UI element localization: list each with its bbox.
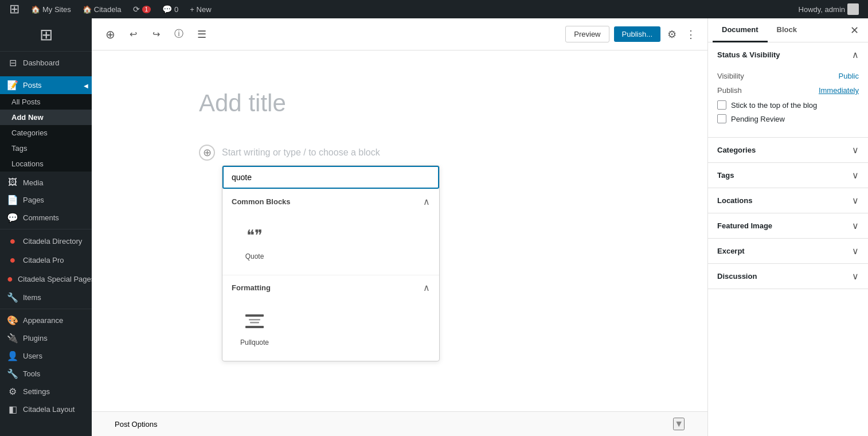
common-blocks-toggle[interactable]: ∧	[423, 196, 430, 207]
sidebar-item-items[interactable]: 🔧 Items	[0, 289, 92, 306]
citadela-special-pages-label: Citadela Special Pages	[18, 275, 92, 283]
settings-icon: ⚙	[7, 386, 18, 397]
sidebar-item-posts[interactable]: 📝 Posts ◀	[0, 76, 92, 94]
sidebar-item-dashboard[interactable]: ⊟ Dashboard	[0, 54, 92, 72]
my-sites-label: My Sites	[42, 5, 71, 14]
info-button[interactable]: ⓘ	[170, 25, 188, 44]
home-icon: 🏠	[31, 5, 40, 14]
more-options-button[interactable]: ⋮	[683, 26, 698, 43]
doc-section-excerpt: Excerpt ∨	[708, 239, 868, 264]
pending-review-row: Pending Review	[717, 114, 859, 123]
pages-icon: 📄	[7, 194, 18, 205]
sidebar-item-settings[interactable]: ⚙ Settings	[0, 383, 92, 400]
tab-document[interactable]: Document	[713, 18, 768, 42]
updates-menu[interactable]: ⟳ 1	[128, 0, 156, 18]
tab-block[interactable]: Block	[768, 18, 806, 42]
sidebar-item-citadela-directory[interactable]: ● Citadela Directory	[0, 232, 92, 251]
block-search-input[interactable]	[222, 166, 439, 189]
svg-rect-3	[250, 322, 259, 324]
post-title[interactable]: Add title	[199, 85, 600, 122]
right-sidebar-close-button[interactable]: ✕	[846, 22, 863, 39]
citadela-directory-label: Citadela Directory	[23, 237, 82, 246]
admin-bar-right: Howdy, admin	[794, 0, 863, 18]
new-content-menu[interactable]: + New	[185, 0, 216, 18]
stick-top-checkbox[interactable]	[717, 100, 726, 110]
howdy-menu[interactable]: Howdy, admin	[794, 0, 863, 18]
users-label: Users	[23, 352, 42, 360]
editor-toolbar: ⊕ ↩ ↪ ⓘ ☰ Preview Publish... ⚙ ⋮	[92, 18, 707, 50]
post-options-bar: Post Options ▼	[92, 411, 707, 436]
doc-section-locations: Locations ∨	[708, 188, 868, 213]
block-item-quote[interactable]: ❝❞ Quote	[232, 216, 277, 266]
sidebar-item-comments[interactable]: 💬 Comments	[0, 209, 92, 227]
inline-add-block-button[interactable]: ⊕	[199, 145, 215, 161]
publish-value[interactable]: Immediately	[819, 86, 859, 95]
comments-sidebar-icon: 💬	[7, 212, 18, 223]
sidebar-item-locations[interactable]: Locations	[0, 156, 92, 172]
citadela-pro-label: Citadela Pro	[23, 256, 64, 264]
formatting-header[interactable]: Formatting ∧	[222, 275, 439, 298]
my-sites-menu[interactable]: 🏠 My Sites	[26, 0, 76, 18]
doc-section-status-visibility-header[interactable]: Status & Visibility ∧	[708, 42, 868, 67]
comments-icon: 💬	[162, 5, 172, 14]
tools-label: Tools	[23, 369, 40, 378]
citadela-directory-icon: ●	[7, 235, 18, 247]
wp-sidebar-icon: ⊞	[40, 25, 53, 44]
settings-toggle-button[interactable]: ⚙	[665, 26, 679, 43]
settings-label: Settings	[23, 387, 50, 396]
doc-section-categories-header[interactable]: Categories ∨	[708, 138, 868, 162]
right-sidebar: Document Block ✕ Status & Visibility ∧ V…	[707, 18, 868, 436]
appearance-label: Appearance	[23, 316, 63, 325]
doc-section-locations-header[interactable]: Locations ∨	[708, 188, 868, 213]
doc-section-featured-image-header[interactable]: Featured Image ∨	[708, 213, 868, 238]
svg-rect-1	[245, 326, 264, 328]
comments-menu[interactable]: 💬 0	[158, 0, 183, 18]
undo-button[interactable]: ↩	[124, 25, 142, 44]
sidebar-item-categories[interactable]: Categories	[0, 125, 92, 141]
doc-section-discussion-header[interactable]: Discussion ∨	[708, 264, 868, 289]
site-name-menu[interactable]: 🏠 Citadela	[78, 0, 126, 18]
redo-button[interactable]: ↪	[147, 25, 165, 44]
formatting-toggle[interactable]: ∧	[423, 282, 430, 293]
sidebar-item-label: Dashboard	[23, 59, 60, 67]
visibility-value[interactable]: Public	[839, 72, 859, 80]
plugins-icon: 🔌	[7, 333, 18, 344]
excerpt-title: Excerpt	[717, 247, 745, 255]
pending-review-checkbox[interactable]	[717, 114, 726, 123]
sidebar-item-media[interactable]: 🖼 Media	[0, 174, 92, 191]
plugins-label: Plugins	[23, 334, 48, 342]
more-button[interactable]: ☰	[193, 25, 211, 44]
sidebar-item-citadela-pro[interactable]: ● Citadela Pro	[0, 251, 92, 270]
sidebar-item-citadela-layout[interactable]: ◧ Citadela Layout	[0, 400, 92, 418]
sidebar-item-tools[interactable]: 🔧 Tools	[0, 365, 92, 383]
new-label: + New	[190, 5, 211, 14]
status-visibility-body: Visibility Public Publish Immediately St…	[708, 67, 868, 137]
post-options-toggle-button[interactable]: ▼	[673, 418, 685, 430]
citadela-special-pages-icon: ●	[7, 273, 13, 285]
sidebar-item-pages[interactable]: 📄 Pages	[0, 191, 92, 209]
sidebar-item-plugins[interactable]: 🔌 Plugins	[0, 329, 92, 347]
doc-section-excerpt-header[interactable]: Excerpt ∨	[708, 239, 868, 263]
tools-icon: 🔧	[7, 368, 18, 379]
doc-section-tags-header[interactable]: Tags ∨	[708, 163, 868, 188]
sidebar-item-citadela-special-pages[interactable]: ● Citadela Special Pages	[0, 270, 92, 289]
block-item-pullquote[interactable]: Pullquote	[232, 302, 277, 352]
wp-logo[interactable]: ⊞	[5, 0, 24, 18]
sidebar-item-tags[interactable]: Tags	[0, 141, 92, 156]
site-home-icon: 🏠	[83, 5, 92, 14]
add-block-button[interactable]: ⊕	[101, 25, 119, 44]
doc-section-discussion: Discussion ∨	[708, 264, 868, 289]
common-blocks-header[interactable]: Common Blocks ∧	[222, 189, 439, 212]
sidebar-item-users[interactable]: 👤 Users	[0, 347, 92, 365]
sidebar-item-all-posts[interactable]: All Posts	[0, 94, 92, 110]
sidebar-item-add-new[interactable]: Add New	[0, 110, 92, 125]
discussion-title: Discussion	[717, 272, 757, 281]
sidebar-item-appearance[interactable]: 🎨 Appearance	[0, 312, 92, 329]
stick-top-label: Stick to the top of the blog	[731, 101, 817, 110]
publish-button[interactable]: Publish...	[614, 26, 660, 42]
right-sidebar-content: Status & Visibility ∧ Visibility Public …	[708, 42, 868, 436]
visibility-label: Visibility	[717, 72, 744, 80]
users-icon: 👤	[7, 351, 18, 361]
media-label: Media	[23, 178, 43, 187]
preview-button[interactable]: Preview	[565, 26, 609, 42]
